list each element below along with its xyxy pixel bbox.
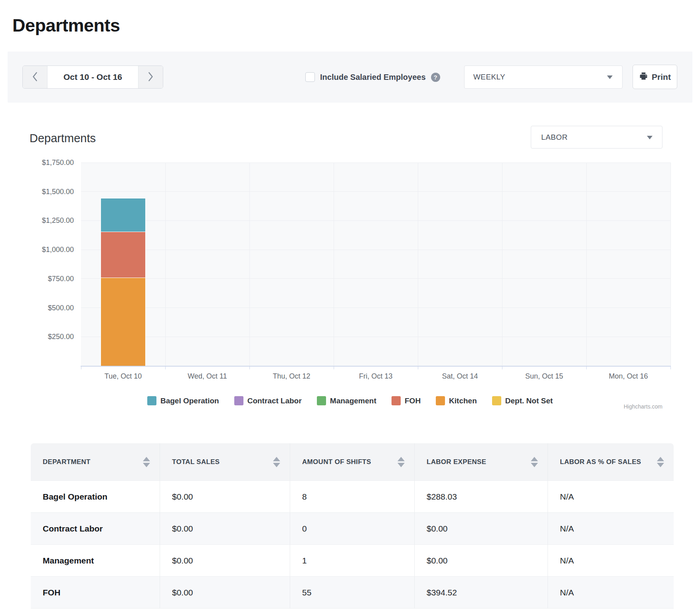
- x-axis-label: Mon, Oct 16: [589, 372, 668, 381]
- axis-tick: [249, 367, 250, 369]
- print-button[interactable]: Print: [633, 65, 677, 89]
- gridline: [81, 191, 670, 192]
- axis-tick: [670, 367, 671, 369]
- next-week-button[interactable]: [138, 66, 163, 88]
- sort-icon: [397, 457, 405, 467]
- bar-segment-bagel-operation: [101, 198, 146, 232]
- bar-segment-foh: [101, 232, 146, 278]
- period-select[interactable]: WEEKLY: [464, 65, 623, 89]
- y-axis-label: $1,000.00: [0, 245, 74, 254]
- legend-label: Kitchen: [449, 397, 477, 405]
- column-header-labor-pct[interactable]: LABOR AS % OF SALES: [548, 443, 674, 480]
- color-swatch: [392, 396, 401, 405]
- legend-item-bagel-operation[interactable]: Bagel Operation: [147, 396, 219, 405]
- caret-down-icon: [607, 75, 613, 79]
- table-row: Contract Labor$0.000$0.00N/A: [31, 512, 674, 544]
- caret-down-icon: [647, 136, 653, 139]
- help-icon[interactable]: ?: [431, 73, 440, 82]
- table-cell-labor_pct: N/A: [548, 545, 674, 576]
- x-axis-label: Thu, Oct 12: [252, 372, 332, 381]
- legend-label: Management: [330, 397, 376, 405]
- color-swatch: [234, 396, 243, 405]
- bar-segment-kitchen: [101, 278, 146, 366]
- column-header-labor-expense[interactable]: LABOR EXPENSE: [414, 443, 548, 480]
- gridline: [334, 163, 334, 366]
- toolbar: Oct 10 - Oct 16 Include Salaried Employe…: [8, 52, 692, 103]
- table-row: Management$0.001$0.00N/A: [31, 544, 674, 576]
- table-row: Bagel Operation$0.008$288.03N/A: [31, 480, 674, 512]
- page-title: Departments: [12, 15, 120, 36]
- highcharts-credit[interactable]: Highcharts.com: [624, 403, 662, 410]
- color-swatch: [147, 396, 156, 405]
- previous-week-button[interactable]: [23, 66, 47, 88]
- print-label: Print: [652, 72, 671, 82]
- table-cell-labor_pct: N/A: [548, 481, 674, 512]
- axis-tick: [586, 367, 587, 369]
- include-salaried-checkbox[interactable]: [305, 72, 315, 82]
- gridline: [81, 250, 670, 250]
- legend-label: Bagel Operation: [160, 397, 219, 405]
- chart-section-title: Departments: [30, 132, 96, 145]
- table-cell-total_sales: $0.00: [160, 513, 290, 544]
- gridline: [249, 163, 250, 366]
- gridline: [670, 163, 671, 366]
- y-axis-label: $1,500.00: [0, 187, 74, 196]
- table-cell-labor_pct: N/A: [548, 577, 674, 608]
- table-cell-total_sales: $0.00: [160, 545, 290, 576]
- axis-tick: [81, 367, 81, 369]
- axis-tick: [334, 367, 334, 369]
- y-axis-label: $500.00: [0, 304, 74, 312]
- color-swatch: [317, 396, 326, 405]
- period-select-value: WEEKLY: [473, 73, 505, 81]
- gridline: [165, 163, 166, 366]
- axis-tick: [165, 367, 166, 369]
- axis-tick: [502, 367, 502, 369]
- table-cell-shifts: 0: [290, 513, 414, 544]
- date-range-picker: Oct 10 - Oct 16: [22, 65, 163, 89]
- include-salaried-group: Include Salaried Employees ?: [305, 52, 440, 103]
- date-range-display[interactable]: Oct 10 - Oct 16: [47, 66, 138, 88]
- printer-icon: [639, 71, 648, 83]
- table-cell-department: Bagel Operation: [31, 481, 160, 512]
- sort-icon: [143, 457, 150, 467]
- labor-chart: Bagel OperationContract LaborManagementF…: [0, 148, 700, 423]
- chevron-right-icon: [148, 71, 154, 83]
- y-axis-label: $1,750.00: [0, 158, 74, 167]
- table-cell-labor_expense: $394.52: [414, 577, 548, 608]
- table-cell-labor_expense: $0.00: [414, 513, 548, 544]
- table-cell-department: FOH: [31, 577, 160, 608]
- column-header-amount-of-shifts[interactable]: AMOUNT OF SHIFTS: [290, 443, 414, 480]
- legend-item-dept-not-set[interactable]: Dept. Not Set: [492, 396, 553, 405]
- legend-item-management[interactable]: Management: [317, 396, 376, 405]
- y-axis-label: $1,250.00: [0, 216, 74, 225]
- table-cell-total_sales: $0.00: [160, 481, 290, 512]
- table-cell-shifts: 55: [290, 577, 414, 608]
- table-cell-shifts: 8: [290, 481, 414, 512]
- chevron-left-icon: [32, 71, 38, 83]
- gridline: [81, 163, 670, 163]
- x-axis-label: Fri, Oct 13: [336, 372, 416, 381]
- column-header-department[interactable]: DEPARTMENT: [31, 443, 160, 480]
- legend-item-kitchen[interactable]: Kitchen: [436, 396, 477, 405]
- legend-label: FOH: [405, 397, 421, 405]
- metric-select[interactable]: LABOR: [531, 126, 662, 149]
- table-header: DEPARTMENT TOTAL SALES AMOUNT OF SHIFTS …: [31, 443, 674, 480]
- departments-table: DEPARTMENT TOTAL SALES AMOUNT OF SHIFTS …: [31, 443, 674, 611]
- x-axis-line: [81, 366, 671, 367]
- gridline: [81, 278, 670, 279]
- legend-item-contract-labor[interactable]: Contract Labor: [234, 396, 302, 405]
- y-axis-label: $250.00: [0, 332, 74, 341]
- table-cell-labor_expense: $0.00: [414, 545, 548, 576]
- legend-label: Dept. Not Set: [505, 397, 553, 405]
- gridline: [81, 337, 670, 337]
- legend-label: Contract Labor: [247, 397, 302, 405]
- color-swatch: [436, 396, 445, 405]
- column-header-total-sales[interactable]: TOTAL SALES: [160, 443, 290, 480]
- metric-select-value: LABOR: [541, 133, 568, 142]
- table-cell-shifts: 1: [290, 545, 414, 576]
- table-cell-total_sales: $0.00: [160, 577, 290, 608]
- table-body: Bagel Operation$0.008$288.03N/AContract …: [31, 480, 674, 608]
- x-axis-label: Tue, Oct 10: [83, 372, 163, 381]
- legend-item-foh[interactable]: FOH: [392, 396, 421, 405]
- sort-icon: [273, 457, 280, 467]
